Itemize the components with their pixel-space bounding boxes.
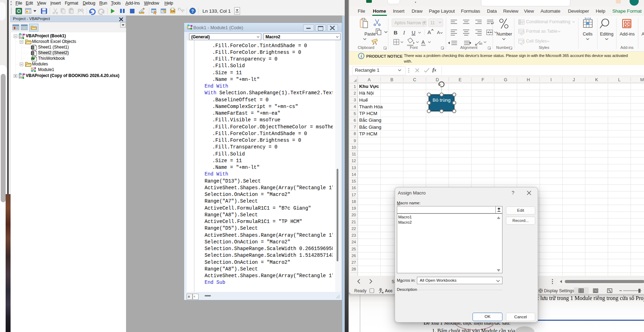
svg-text:24: 24 [351, 240, 356, 244]
svg-text:Huế: Huế [359, 97, 368, 103]
svg-text:Cell Styles: Cell Styles [526, 39, 547, 44]
svg-text:Bắc Giang: Bắc Giang [359, 124, 381, 130]
svg-text:A: A [421, 39, 425, 45]
svg-text:Bắc Giang: Bắc Giang [359, 117, 381, 123]
svg-text:10: 10 [351, 145, 356, 149]
svg-text:12: 12 [351, 159, 356, 163]
svg-text:H: H [527, 77, 530, 82]
svg-text:3: 3 [354, 98, 356, 102]
svg-text:26: 26 [351, 254, 356, 258]
svg-text:L: L [618, 77, 620, 82]
svg-text:U: U [412, 30, 415, 36]
svg-text:Display Settings: Display Settings [544, 288, 574, 293]
svg-text:20: 20 [351, 213, 356, 217]
svg-text:17: 17 [351, 193, 356, 197]
svg-text:8: 8 [354, 132, 356, 136]
svg-text:Number: Number [496, 45, 510, 50]
svg-text:I: I [550, 77, 551, 82]
svg-text:18: 18 [351, 199, 356, 204]
svg-text:Thanh Hóa: Thanh Hóa [359, 104, 383, 109]
svg-text:9: 9 [354, 139, 356, 143]
svg-text:Acc: Acc [385, 288, 393, 293]
svg-text:4: 4 [354, 104, 356, 109]
svg-text:1: 1 [354, 84, 356, 89]
svg-text:Font: Font [410, 45, 418, 50]
svg-text:Ln 133, Col 1: Ln 133, Col 1 [202, 8, 231, 14]
svg-text:6: 6 [354, 118, 356, 122]
svg-text:J: J [573, 77, 575, 82]
svg-text:Editing: Editing [600, 32, 613, 37]
svg-text:11: 11 [352, 152, 356, 156]
svg-text:C: C [413, 77, 416, 82]
svg-text:I: I [403, 30, 405, 36]
svg-text:15: 15 [351, 179, 356, 183]
svg-text:A: A [642, 32, 644, 37]
svg-text:27: 27 [351, 260, 356, 264]
svg-text:Aptos Narrow (E: Aptos Narrow (E [394, 20, 427, 25]
svg-text:Alignment: Alignment [460, 45, 477, 50]
svg-text:Ready: Ready [354, 288, 367, 293]
svg-text:Styles: Styles [539, 45, 549, 50]
svg-text:G: G [504, 77, 507, 82]
svg-text:ab: ab [479, 42, 482, 45]
svg-text:Bỏ trùng: Bỏ trùng [432, 97, 450, 103]
svg-text:E: E [459, 77, 462, 82]
svg-text:A: A [437, 30, 440, 35]
svg-text:with.: with. [404, 59, 412, 63]
svg-text:TP HCM: TP HCM [359, 111, 377, 116]
svg-text:?: ? [191, 9, 194, 14]
svg-text:M: M [640, 77, 644, 82]
svg-text:i: i [361, 54, 362, 58]
svg-text:PRODUCT NOTICE: PRODUCT NOTICE [366, 54, 403, 58]
svg-text:B: B [394, 30, 398, 36]
svg-text:K: K [595, 77, 598, 82]
svg-text:13: 13 [351, 166, 356, 170]
svg-text:Conditional Formatting: Conditional Formatting [526, 19, 570, 24]
svg-text:Add-ins: Add-ins [620, 45, 634, 50]
svg-text:28: 28 [351, 267, 356, 271]
svg-text:23: 23 [351, 233, 356, 237]
svg-text:Paste: Paste [364, 32, 376, 37]
svg-text:Khu Vực: Khu Vực [359, 84, 379, 89]
svg-text:A: A [368, 77, 371, 82]
svg-text:7: 7 [354, 125, 356, 129]
svg-text:Add-ins: Add-ins [620, 32, 634, 37]
svg-text:16: 16 [351, 186, 356, 190]
svg-text:2: 2 [354, 91, 356, 95]
svg-text:21: 21 [351, 220, 356, 224]
svg-text:TP HCM: TP HCM [359, 131, 377, 136]
svg-text:11: 11 [430, 20, 435, 25]
svg-text:Clipboard: Clipboard [358, 45, 374, 50]
svg-text:F: F [481, 77, 484, 82]
svg-text:There was a problem checking t: There was a problem checking this device… [404, 53, 628, 58]
svg-text:A: A [427, 29, 431, 35]
svg-text:14: 14 [351, 172, 356, 177]
svg-text:Number: Number [496, 32, 512, 37]
svg-text:5: 5 [354, 111, 356, 116]
svg-text:19: 19 [351, 206, 356, 210]
svg-text:D: D [436, 77, 439, 82]
svg-text:B: B [390, 77, 393, 82]
svg-text:Format as Table: Format as Table [526, 29, 557, 34]
svg-text:22: 22 [351, 226, 356, 231]
svg-text:Hà Nội: Hà Nội [359, 90, 374, 96]
svg-text:25: 25 [351, 247, 356, 251]
svg-text:Cells: Cells [583, 32, 593, 37]
